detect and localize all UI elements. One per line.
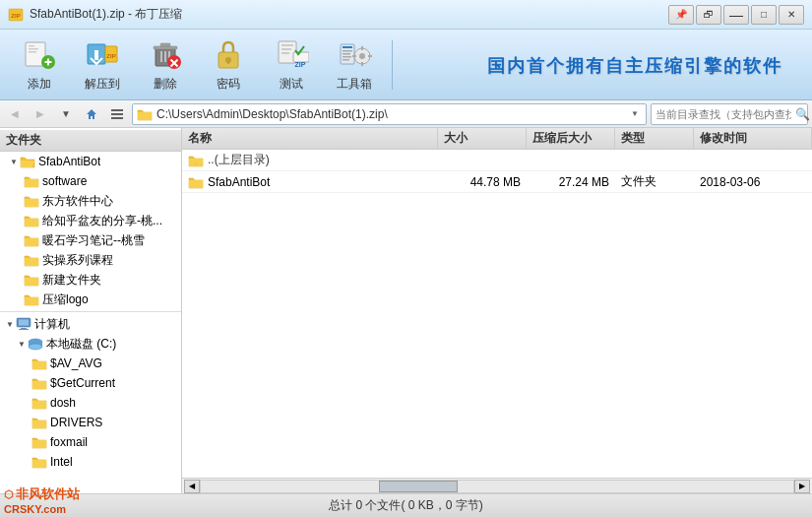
back-button[interactable]: ◀ — [4, 103, 26, 125]
address-path: C:\Users\Admin\Desktop\SfabAntiBot(1).zi… — [156, 107, 624, 121]
tree-item-dosh[interactable]: dosh — [0, 393, 181, 413]
folder-icon-av — [31, 356, 47, 370]
window-controls: 📌 🗗 — □ ✕ — [668, 5, 804, 25]
file-row-sfab[interactable]: SfabAntiBot 44.78 MB 27.24 MB 文件夹 2018-0… — [182, 171, 812, 193]
tree-label-drivers: DRIVERS — [50, 416, 102, 429]
col-header-size[interactable]: 大小 — [438, 128, 527, 149]
home-button[interactable] — [81, 103, 102, 125]
tree-item-drivers[interactable]: DRIVERS — [0, 413, 181, 432]
tree-item-nuanshi[interactable]: 暖石学习笔记--桃雪 — [0, 230, 181, 250]
password-button[interactable]: 密码 — [199, 35, 258, 95]
svg-rect-45 — [111, 117, 123, 119]
restore-button[interactable]: 🗗 — [696, 5, 721, 25]
test-label: 测试 — [280, 76, 303, 93]
h-scroll-area[interactable]: ◀ ▶ — [182, 478, 812, 493]
tree-item-newfolder[interactable]: 新建文件夹 — [0, 270, 181, 290]
svg-rect-24 — [227, 60, 229, 64]
tools-label: 工具箱 — [337, 76, 372, 93]
col-header-type[interactable]: 类型 — [615, 128, 694, 149]
tree-item-shishi[interactable]: 实操系列课程 — [0, 250, 181, 270]
tree-item-av[interactable]: $AV_AVG — [0, 354, 181, 373]
svg-rect-47 — [19, 320, 29, 326]
password-label: 密码 — [217, 76, 240, 93]
file-list: 名称 大小 压缩后大小 类型 修改时间 .. ..(上层目录) — [182, 128, 812, 493]
delete-button[interactable]: 删除 — [136, 35, 195, 95]
add-button[interactable]: 添加 — [10, 35, 69, 95]
toolbar: 添加 ZIP 解压到 — [0, 30, 812, 100]
extract-label: 解压到 — [85, 76, 120, 93]
title-bar-left: ZIP SfabAntiBot(1).zip - 布丁压缩 — [8, 6, 182, 23]
tree-label-eastsoft: 东方软件中心 — [42, 193, 113, 210]
tree-label-dosh: dosh — [50, 396, 76, 410]
svg-rect-16 — [160, 51, 162, 62]
tree-item-foxmail[interactable]: foxmail — [0, 432, 181, 452]
expand-icon-computer: ▼ — [4, 318, 16, 330]
col-header-compressed[interactable]: 压缩后大小 — [527, 128, 615, 149]
tree-item-getcurrent[interactable]: $GetCurrent — [0, 373, 181, 393]
close-button[interactable]: ✕ — [779, 5, 804, 25]
tools-button[interactable]: 工具箱 — [325, 35, 384, 95]
folder-icon-ziplogo — [24, 292, 39, 306]
h-scroll-right[interactable]: ▶ — [794, 480, 810, 493]
search-button[interactable]: 🔍 — [795, 103, 810, 125]
maximize-button[interactable]: □ — [751, 5, 777, 25]
svg-rect-10 — [94, 50, 98, 60]
file-size-sfab: 44.78 MB — [438, 175, 527, 189]
extract-button[interactable]: ZIP 解压到 — [73, 35, 132, 95]
test-icon: ZIP — [274, 36, 309, 72]
folder-icon-newfolder — [24, 273, 39, 287]
h-scroll-left[interactable]: ◀ — [184, 480, 200, 493]
svg-rect-26 — [281, 44, 293, 46]
tree-item-eastsoft[interactable]: 东方软件中心 — [0, 191, 181, 211]
tree-label-software: software — [42, 174, 87, 188]
svg-rect-36 — [343, 59, 349, 61]
tree-item-intel[interactable]: Intel — [0, 452, 181, 472]
dropdown-button[interactable]: ▼ — [55, 103, 77, 125]
svg-rect-4 — [29, 48, 38, 50]
svg-point-38 — [359, 53, 365, 59]
svg-rect-17 — [164, 51, 166, 62]
search-input[interactable] — [652, 108, 795, 120]
tree-label-intel: Intel — [50, 455, 73, 469]
address-dropdown[interactable]: ▼ — [628, 103, 642, 125]
list-view-button[interactable] — [106, 103, 128, 125]
svg-rect-49 — [19, 329, 29, 330]
svg-rect-27 — [281, 48, 291, 50]
tree-label-getcurrent: $GetCurrent — [50, 376, 115, 390]
svg-rect-43 — [111, 109, 123, 111]
tree-item-software[interactable]: software — [0, 171, 181, 191]
folder-icon-eastsoft — [24, 194, 39, 208]
h-scroll-track[interactable] — [200, 480, 794, 493]
parent-dir-icon: .. — [188, 154, 204, 167]
file-list-content[interactable]: .. ..(上层目录) SfabAntiBot 44.7 — [182, 150, 812, 478]
col-header-modified[interactable]: 修改时间 — [694, 128, 812, 149]
minimize-button[interactable]: — — [723, 5, 749, 25]
svg-point-52 — [29, 344, 42, 350]
folder-icon-zhihu — [24, 214, 39, 227]
tree-item-ziplogo[interactable]: 压缩logo — [0, 290, 181, 309]
search-bar[interactable]: 🔍 — [651, 103, 808, 125]
folder-icon-sfab-file — [188, 175, 204, 189]
window-title: SfabAntiBot(1).zip - 布丁压缩 — [30, 6, 182, 23]
tree-item-sfab-root[interactable]: ▼ SfabAntiBot — [0, 152, 181, 171]
tree-item-computer[interactable]: ▼ 计算机 — [0, 314, 181, 334]
file-row-parent[interactable]: .. ..(上层目录) — [182, 150, 812, 171]
svg-rect-40 — [361, 62, 363, 66]
tree-item-zhihu[interactable]: 给知乎盆友的分享-桃... — [0, 211, 181, 230]
forward-button[interactable]: ▶ — [30, 103, 51, 125]
folder-icon-software — [24, 174, 39, 188]
col-header-name[interactable]: 名称 — [182, 128, 438, 149]
tree-label-shishi: 实操系列课程 — [42, 252, 113, 269]
title-bar: ZIP SfabAntiBot(1).zip - 布丁压缩 📌 🗗 — □ ✕ — [0, 0, 812, 30]
test-button[interactable]: ZIP 测试 — [262, 35, 321, 95]
delete-icon — [148, 36, 183, 72]
address-bar[interactable]: C:\Users\Admin\Desktop\SfabAntiBot(1).zi… — [132, 103, 647, 125]
delete-label: 删除 — [154, 76, 177, 93]
svg-text:ZIP: ZIP — [295, 61, 306, 68]
tree-item-localdisk[interactable]: ▼ 本地磁盘 (C:) — [0, 334, 181, 354]
h-scroll-thumb[interactable] — [379, 481, 458, 492]
pin-button[interactable]: 📌 — [668, 5, 694, 25]
expand-icon: ▼ — [8, 156, 20, 167]
computer-icon — [16, 317, 31, 331]
tree-separator — [0, 311, 181, 312]
